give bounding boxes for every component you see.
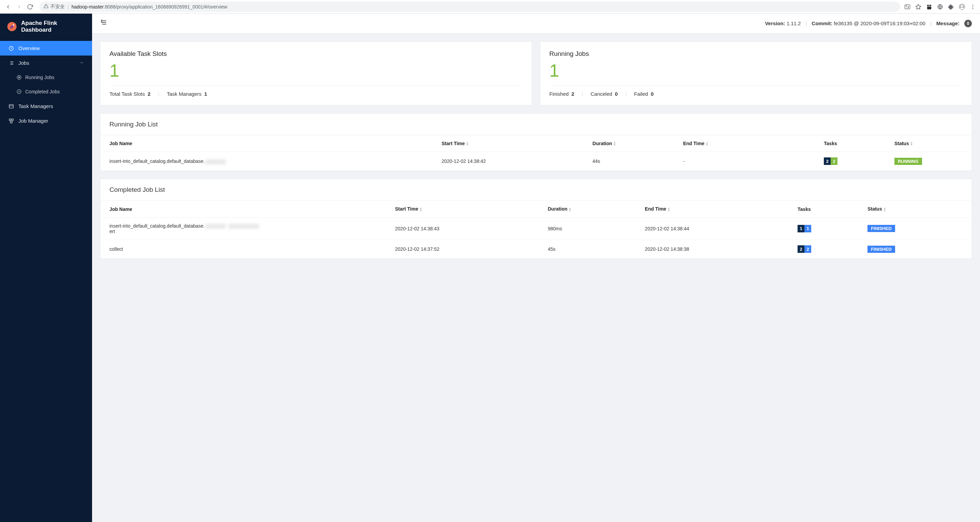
card-title: Running Jobs bbox=[549, 50, 963, 57]
topbar: Version: 1.11.2 | Commit: fe36135 @ 2020… bbox=[92, 14, 980, 33]
svg-rect-27 bbox=[10, 121, 12, 123]
task-managers-value: 1 bbox=[204, 91, 207, 97]
nav-jobs[interactable]: Jobs bbox=[0, 56, 92, 70]
forward-button[interactable] bbox=[14, 2, 24, 11]
task-managers-label: Task Managers bbox=[167, 91, 202, 97]
nav-completed-jobs-label: Completed Jobs bbox=[25, 89, 60, 94]
col-duration[interactable]: Duration▲▼ bbox=[587, 135, 677, 152]
nav-job-manager[interactable]: Job Manager bbox=[0, 113, 92, 128]
back-button[interactable] bbox=[3, 2, 13, 11]
nav-completed-jobs[interactable]: Completed Jobs bbox=[0, 84, 92, 99]
translate-icon[interactable] bbox=[904, 3, 911, 11]
col-start-time[interactable]: Start Time▲▼ bbox=[389, 201, 542, 217]
extension-globe-icon[interactable] bbox=[936, 3, 944, 11]
col-job-name[interactable]: Job Name bbox=[103, 201, 389, 217]
col-status[interactable]: Status▲▼ bbox=[861, 201, 969, 217]
star-icon[interactable] bbox=[915, 3, 922, 11]
menu-toggle-icon[interactable] bbox=[100, 20, 107, 27]
redacted-text bbox=[229, 224, 259, 228]
nav-overview[interactable]: Overview bbox=[0, 41, 92, 56]
url-host: hadoop-master bbox=[72, 4, 103, 10]
card-running-jobs: Running Jobs 1 Finished 2 | Canceled 0 |… bbox=[540, 41, 972, 105]
sort-icon: ▲▼ bbox=[883, 207, 886, 212]
table-row[interactable]: insert-into_default_catalog.default_data… bbox=[103, 217, 969, 240]
server-icon bbox=[8, 103, 14, 109]
topbar-divider: | bbox=[805, 21, 807, 26]
canceled-label: Canceled bbox=[590, 91, 612, 97]
browser-chrome: 不安全 | hadoop-master:8088/proxy/applicati… bbox=[0, 0, 980, 14]
canceled-value: 0 bbox=[615, 91, 617, 97]
logo-row[interactable]: Apache Flink Dashboard bbox=[0, 14, 92, 41]
total-slots-label: Total Task Slots bbox=[110, 91, 145, 97]
panel-title: Running Job List bbox=[100, 114, 972, 135]
svg-point-7 bbox=[972, 5, 974, 5]
col-tasks[interactable]: Tasks bbox=[791, 201, 861, 217]
evernote-icon[interactable] bbox=[926, 3, 933, 11]
table-row[interactable]: collect 2020-12-02 14:37:52 45s 2020-12-… bbox=[103, 240, 969, 259]
completed-jobs-table: Job Name Start Time▲▼ Duration▲▼ End Tim… bbox=[103, 201, 969, 258]
not-secure-label: 不安全 bbox=[51, 4, 65, 10]
address-bar[interactable]: 不安全 | hadoop-master:8088/proxy/applicati… bbox=[40, 2, 900, 12]
cell-job-name: collect bbox=[103, 240, 389, 259]
running-jobs-table: Job Name Start Time▲▼ Duration▲▼ End Tim… bbox=[103, 135, 969, 170]
svg-rect-2 bbox=[905, 5, 910, 9]
more-menu-icon[interactable] bbox=[969, 3, 977, 11]
check-circle-icon bbox=[16, 89, 22, 94]
completed-job-list-panel: Completed Job List Job Name Start Time▲▼… bbox=[100, 179, 972, 259]
chevron-up-icon bbox=[80, 60, 84, 66]
finished-label: Finished bbox=[549, 91, 569, 97]
nav-job-manager-label: Job Manager bbox=[18, 118, 48, 124]
reload-button[interactable] bbox=[25, 2, 35, 11]
cell-start-time: 2020-12-02 14:38:43 bbox=[389, 217, 542, 240]
not-secure-icon bbox=[44, 4, 48, 10]
play-circle-icon bbox=[16, 75, 22, 80]
message-label: Message: bbox=[936, 21, 959, 26]
cell-tasks: 11 bbox=[791, 217, 861, 240]
nav-jobs-label: Jobs bbox=[18, 60, 29, 66]
col-end-time[interactable]: End Time▲▼ bbox=[677, 135, 818, 152]
card-title: Available Task Slots bbox=[110, 50, 523, 57]
col-start-time[interactable]: Start Time▲▼ bbox=[436, 135, 587, 152]
profile-icon[interactable] bbox=[958, 3, 966, 11]
url-path: :8088/proxy/application_1606890926991_00… bbox=[103, 4, 228, 10]
panel-title: Completed Job List bbox=[100, 179, 972, 201]
commit-label: Commit: bbox=[811, 21, 832, 26]
nav-running-jobs[interactable]: Running Jobs bbox=[0, 70, 92, 84]
svg-marker-3 bbox=[916, 4, 921, 9]
dashboard-icon bbox=[8, 46, 14, 51]
version-label: Version: bbox=[765, 21, 785, 26]
sort-icon: ▲▼ bbox=[466, 141, 469, 146]
chrome-toolbar-icons bbox=[904, 3, 977, 11]
svg-point-21 bbox=[17, 90, 21, 94]
svg-rect-25 bbox=[9, 119, 11, 121]
col-tasks[interactable]: Tasks bbox=[818, 135, 888, 152]
list-icon bbox=[8, 60, 14, 66]
svg-point-6 bbox=[961, 5, 963, 7]
cell-duration: 980ms bbox=[541, 217, 639, 240]
sort-icon: ▲▼ bbox=[910, 141, 913, 146]
flink-logo-icon bbox=[7, 21, 17, 32]
status-badge: RUNNING bbox=[894, 158, 922, 165]
task-count-badge: 2 bbox=[830, 157, 837, 165]
nav-running-jobs-label: Running Jobs bbox=[25, 75, 54, 80]
address-divider: | bbox=[67, 4, 69, 10]
col-job-name[interactable]: Job Name bbox=[103, 135, 436, 152]
svg-point-9 bbox=[972, 8, 974, 9]
svg-rect-22 bbox=[9, 104, 13, 108]
redacted-text bbox=[205, 224, 226, 228]
extensions-icon[interactable] bbox=[947, 3, 955, 11]
col-duration[interactable]: Duration▲▼ bbox=[541, 201, 639, 217]
table-row[interactable]: insert-into_default_catalog.default_data… bbox=[103, 152, 969, 171]
col-end-time[interactable]: End Time▲▼ bbox=[639, 201, 791, 217]
message-count-badge[interactable]: 0 bbox=[964, 20, 972, 27]
running-jobs-value: 1 bbox=[549, 61, 963, 81]
cell-status: FINISHED bbox=[861, 240, 969, 259]
col-status[interactable]: Status▲▼ bbox=[888, 135, 969, 152]
task-count-badge: 2 bbox=[804, 245, 811, 253]
status-badge: FINISHED bbox=[867, 225, 895, 232]
nav-task-managers[interactable]: Task Managers bbox=[0, 99, 92, 113]
task-count-badge: 1 bbox=[797, 225, 804, 232]
cell-start-time: 2020-12-02 14:37:52 bbox=[389, 240, 542, 259]
svg-marker-20 bbox=[19, 77, 20, 78]
task-count-badge: 2 bbox=[797, 245, 804, 253]
